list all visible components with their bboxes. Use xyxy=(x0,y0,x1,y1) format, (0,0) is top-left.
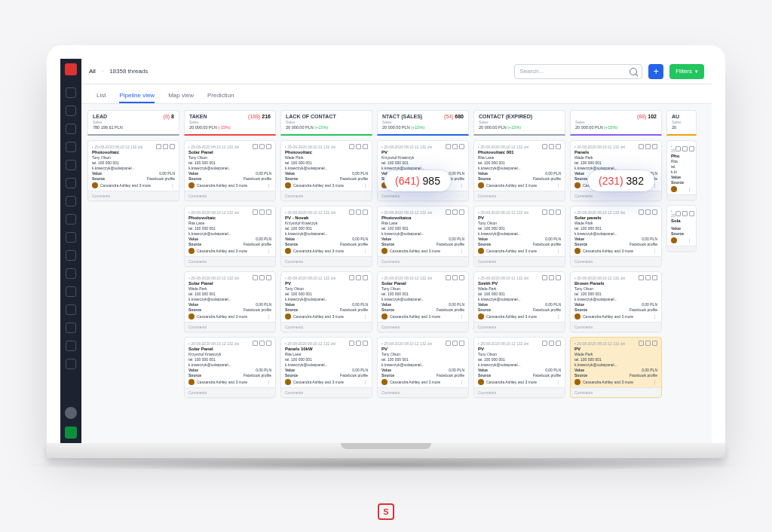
card-comments[interactable]: Comments xyxy=(281,387,372,397)
card-comments[interactable]: Comments xyxy=(474,256,565,266)
sidebar-nav-icon[interactable] xyxy=(66,232,76,243)
more-icon[interactable]: ⋮ xyxy=(556,314,561,319)
sidebar-nav-icon[interactable] xyxy=(66,268,76,279)
more-icon[interactable]: ⋮ xyxy=(363,314,368,319)
kanban-card[interactable]: • 25-08-2020 08:10:12 132 dni PV Tony Ol… xyxy=(280,271,372,332)
kanban-card[interactable]: • 25-08-2020 08:10:12 132 dni Photovolta… xyxy=(87,140,179,201)
kanban-card[interactable]: • 25-08-2020 08:10:12 132 dni Photovolta… xyxy=(377,206,469,267)
more-icon[interactable]: ⋮ xyxy=(653,380,657,384)
card-comments[interactable]: Comments xyxy=(185,256,275,266)
more-icon[interactable]: ⋮ xyxy=(653,249,657,253)
card-comments[interactable]: Comments xyxy=(571,322,661,332)
tab-pipeline[interactable]: Pipeline view xyxy=(119,92,155,103)
card-comments[interactable]: Comments xyxy=(88,191,179,200)
more-icon[interactable]: ⋮ xyxy=(688,187,692,191)
card-comments[interactable]: Comments xyxy=(281,322,372,332)
kanban-card[interactable]: • 25-08-2020 08:10:12 132 dni Solar Pane… xyxy=(184,140,276,201)
column-header[interactable]: NTACT (SALES) (54) 680 Sales 20 000,00 P… xyxy=(377,110,469,136)
sidebar-nav-icon[interactable] xyxy=(66,87,76,98)
kanban-card[interactable]: • 25-08-2020 08:10:12 132 dni Solar Pane… xyxy=(184,271,276,332)
more-icon[interactable]: ⋮ xyxy=(267,314,271,319)
card-comments[interactable]: Comments xyxy=(185,322,275,332)
sidebar-nav-icon[interactable] xyxy=(66,196,76,206)
more-icon[interactable]: ⋮ xyxy=(653,314,657,319)
more-icon[interactable]: ⋮ xyxy=(460,183,464,188)
kanban-card[interactable]: • 25-08-2020 08:10:12 132 dni Photovolta… xyxy=(184,206,276,267)
card-comments[interactable]: Comments xyxy=(571,256,661,266)
card-comments[interactable]: Comments xyxy=(474,322,565,332)
card-comments[interactable]: Comments xyxy=(281,256,372,266)
kanban-card[interactable]: • 25 Pho Rita tel. k.kr Value Source ⋮ xyxy=(666,140,697,200)
card-comments[interactable]: Comments xyxy=(281,191,372,200)
filters-button[interactable]: Filters xyxy=(669,64,704,79)
sidebar-nav-icon[interactable] xyxy=(66,323,76,333)
card-comments[interactable]: Comments xyxy=(378,322,468,332)
add-button[interactable]: + xyxy=(648,64,663,79)
kanban-card[interactable]: • 25-08-2020 08:10:12 132 dni PV Tony Ol… xyxy=(473,206,565,267)
kanban-card[interactable]: • 25-08-2020 08:10:12 132 dni Photovolta… xyxy=(473,140,565,201)
tab-list[interactable]: List xyxy=(96,92,106,103)
column-header[interactable]: CONTACT (EXPIRED) Sales 20 000,00 PLN (+… xyxy=(473,110,565,136)
kanban-card[interactable]: • 25-08-2020 08:10:12 132 dni PV - Novak… xyxy=(280,206,372,267)
more-icon[interactable]: ⋮ xyxy=(688,238,692,243)
more-icon[interactable]: ⋮ xyxy=(363,380,368,384)
card-comments[interactable]: Comments xyxy=(474,387,565,397)
sidebar-nav-icon[interactable] xyxy=(66,286,76,297)
card-comments[interactable]: Comments xyxy=(185,387,275,397)
sidebar-help-icon[interactable] xyxy=(65,427,77,439)
sidebar-nav-icon[interactable] xyxy=(66,105,76,116)
user-avatar-icon[interactable] xyxy=(65,407,77,419)
kanban-card[interactable]: • 25-08-2020 08:10:12 132 dni Solar Pane… xyxy=(377,271,469,332)
card-comments[interactable]: Comments xyxy=(378,191,468,200)
more-icon[interactable]: ⋮ xyxy=(363,249,368,253)
more-icon[interactable]: ⋮ xyxy=(556,380,561,384)
tab-prediction[interactable]: Prediction xyxy=(207,92,234,103)
kanban-card[interactable]: • 25-08-2020 08:10:12 132 dni Photovolta… xyxy=(280,140,372,201)
breadcrumb-root[interactable]: All xyxy=(89,68,96,75)
card-comments[interactable] xyxy=(667,246,696,251)
kanban-card[interactable]: • 25 Sola Value Source ⋮ xyxy=(666,205,697,252)
search-input[interactable]: Search... xyxy=(514,64,642,79)
column-header[interactable]: TAKEN (188) 216 Sales 20 000,00 PLN (-15… xyxy=(184,110,276,136)
card-comments[interactable]: Comments xyxy=(571,387,661,397)
card-comments[interactable]: Comments xyxy=(185,191,275,200)
kanban-card[interactable]: • 25-08-2020 08:10:12 132 dni PV Wade Pa… xyxy=(570,337,662,398)
more-icon[interactable]: ⋮ xyxy=(556,183,561,188)
card-comments[interactable]: Comments xyxy=(474,191,565,200)
more-icon[interactable]: ⋮ xyxy=(556,249,561,253)
sidebar-nav-icon[interactable] xyxy=(66,341,76,351)
kanban-card[interactable]: • 25-08-2020 08:10:12 132 dni PV Tony Ol… xyxy=(473,337,565,398)
kanban-card[interactable]: • 25-08-2020 08:10:12 132 dni Panels 10k… xyxy=(280,337,372,398)
sidebar-nav-icon[interactable] xyxy=(66,142,76,152)
more-icon[interactable]: ⋮ xyxy=(460,314,464,319)
sidebar-nav-icon[interactable] xyxy=(66,214,76,225)
kanban-card[interactable]: • 25-08-2020 08:10:12 132 dni Smith PV W… xyxy=(473,271,565,332)
more-icon[interactable]: ⋮ xyxy=(460,249,464,253)
tab-map[interactable]: Map view xyxy=(168,92,194,103)
app-logo-icon[interactable] xyxy=(65,63,77,75)
sidebar-nav-icon[interactable] xyxy=(66,178,76,188)
card-comments[interactable]: Comments xyxy=(571,191,661,200)
more-icon[interactable]: ⋮ xyxy=(460,380,464,384)
more-icon[interactable]: ⋮ xyxy=(170,183,175,188)
more-icon[interactable]: ⋮ xyxy=(267,183,271,188)
kanban-card[interactable]: • 25-08-2020 08:10:12 132 dni Solar Pane… xyxy=(184,337,276,398)
card-comments[interactable]: Comments xyxy=(378,387,468,397)
sidebar-nav-icon[interactable] xyxy=(66,304,76,315)
column-header[interactable]: LEAD (8) 8 Sales 780 199,61 PLN xyxy=(87,110,179,136)
column-header[interactable]: (88) 102 Sales 20 000,00 PLN (+15%) xyxy=(570,110,662,136)
sidebar-nav-icon[interactable] xyxy=(66,359,76,369)
more-icon[interactable]: ⋮ xyxy=(267,249,271,253)
more-icon[interactable]: ⋮ xyxy=(267,380,271,384)
kanban-card[interactable]: • 25-08-2020 08:10:12 132 dni Solar pane… xyxy=(570,206,662,267)
card-comments[interactable] xyxy=(667,194,696,200)
column-header[interactable]: LACK OF CONTACT Sales 20 000,00 PLN (+15… xyxy=(280,110,372,136)
sidebar-nav-icon[interactable] xyxy=(66,124,76,134)
card-comments[interactable]: Comments xyxy=(378,256,468,266)
more-icon[interactable]: ⋮ xyxy=(363,183,368,188)
column-header[interactable]: AU Sales 20 xyxy=(666,110,697,136)
kanban-card[interactable]: • 25-08-2020 08:10:12 132 dni PV Tony Ol… xyxy=(377,337,469,398)
sidebar-nav-icon[interactable] xyxy=(66,250,76,261)
sidebar-nav-icon[interactable] xyxy=(66,160,76,170)
kanban-card[interactable]: • 25-08-2020 08:10:12 132 dni Brown Pane… xyxy=(570,271,662,332)
